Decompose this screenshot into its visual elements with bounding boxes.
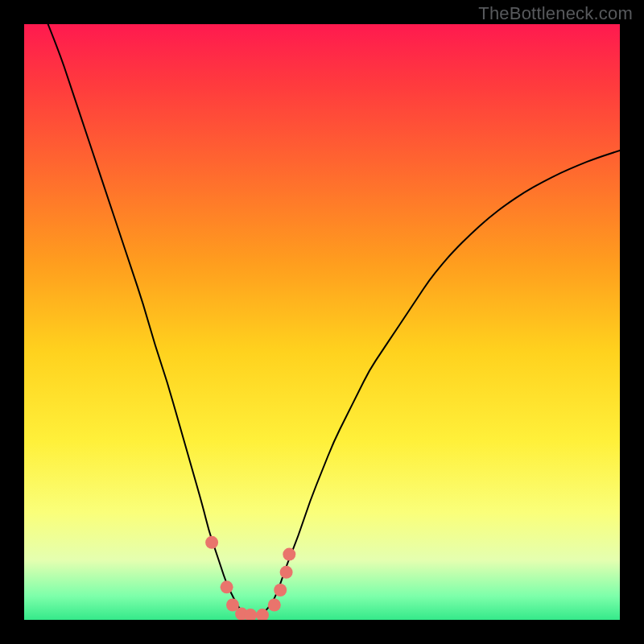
curve-marker — [268, 599, 281, 612]
curve-marker — [280, 566, 293, 579]
outer-frame: TheBottleneck.com — [0, 0, 644, 644]
curve-marker — [283, 548, 295, 561]
bottleneck-curve-chart — [24, 24, 620, 620]
watermark-text: TheBottleneck.com — [478, 3, 633, 24]
curve-marker — [274, 584, 287, 597]
curve-marker — [205, 536, 218, 549]
curve-marker — [221, 580, 233, 593]
gradient-background — [24, 24, 620, 620]
